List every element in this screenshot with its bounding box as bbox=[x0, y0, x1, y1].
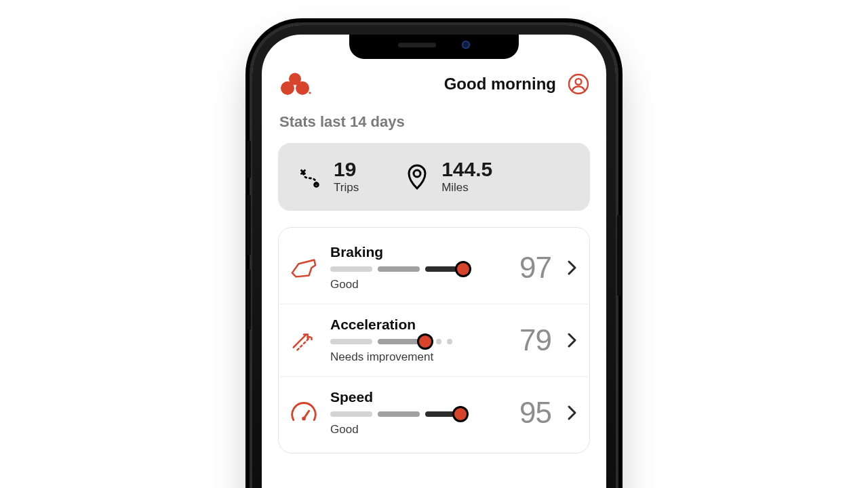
phone-volume-up bbox=[247, 195, 251, 256]
app-header: Good morning bbox=[278, 73, 590, 96]
phone-screen: Good morning Stats last 14 days bbox=[262, 35, 606, 488]
metric-acceleration[interactable]: Acceleration Needs improvement 79 bbox=[280, 304, 588, 376]
phone-frame: Good morning Stats last 14 days bbox=[252, 25, 616, 488]
miles-value: 144.5 bbox=[441, 159, 492, 180]
trips-label: Trips bbox=[334, 181, 359, 195]
trips-value: 19 bbox=[334, 159, 359, 180]
svg-point-3 bbox=[309, 92, 311, 94]
metric-title: Acceleration bbox=[330, 317, 490, 333]
brand-logo-icon bbox=[278, 73, 312, 96]
metric-title: Speed bbox=[330, 389, 490, 405]
metrics-card: Braking Good 97 bbox=[278, 227, 590, 453]
greeting-text: Good morning bbox=[444, 75, 556, 94]
speed-gauge bbox=[330, 411, 474, 418]
profile-icon bbox=[568, 73, 589, 95]
metric-speed[interactable]: Speed Good 95 bbox=[280, 376, 588, 449]
stats-summary-card: 19 Trips 144.5 Miles bbox=[278, 143, 590, 211]
metric-braking[interactable]: Braking Good 97 bbox=[280, 232, 588, 304]
braking-score: 97 bbox=[502, 251, 551, 285]
braking-icon bbox=[290, 253, 318, 282]
chevron-right-icon bbox=[564, 404, 581, 422]
phone-silence-switch bbox=[247, 140, 251, 178]
speed-icon bbox=[290, 399, 318, 427]
route-icon bbox=[296, 163, 323, 190]
profile-button[interactable] bbox=[567, 73, 590, 96]
acceleration-gauge bbox=[330, 338, 474, 345]
app-content: Good morning Stats last 14 days bbox=[262, 35, 606, 488]
chevron-right-icon bbox=[564, 331, 581, 349]
section-title: Stats last 14 days bbox=[279, 113, 590, 131]
metric-status: Good bbox=[330, 278, 490, 291]
miles-label: Miles bbox=[441, 181, 492, 195]
braking-gauge bbox=[330, 266, 474, 272]
stat-trips: 19 Trips bbox=[296, 159, 359, 195]
map-pin-icon bbox=[403, 163, 431, 190]
metric-status: Good bbox=[330, 423, 490, 436]
chevron-right-icon bbox=[564, 259, 581, 277]
phone-side-button bbox=[617, 215, 621, 296]
acceleration-icon bbox=[290, 326, 318, 354]
speed-score: 95 bbox=[502, 396, 551, 430]
acceleration-score: 79 bbox=[502, 323, 551, 357]
stat-miles: 144.5 Miles bbox=[403, 159, 492, 195]
svg-point-2 bbox=[296, 81, 309, 95]
phone-volume-down bbox=[247, 269, 251, 330]
svg-point-5 bbox=[576, 79, 582, 85]
svg-point-1 bbox=[281, 81, 294, 95]
svg-point-7 bbox=[414, 170, 420, 177]
metric-title: Braking bbox=[330, 244, 490, 260]
metric-status: Needs improvement bbox=[330, 350, 490, 364]
